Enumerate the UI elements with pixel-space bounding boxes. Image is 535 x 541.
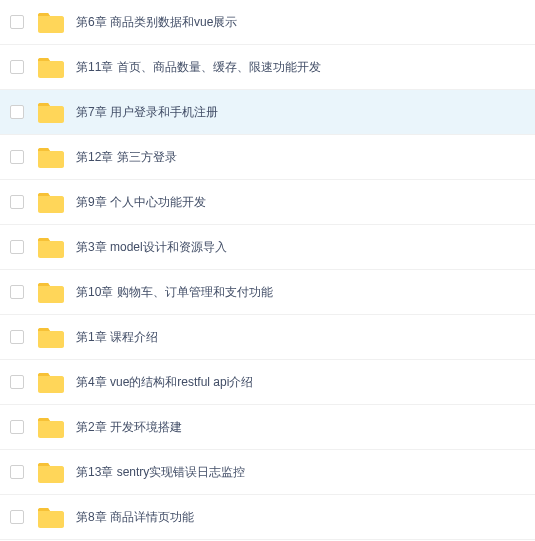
checkbox[interactable]: [10, 465, 24, 479]
checkbox[interactable]: [10, 60, 24, 74]
folder-icon: [38, 191, 64, 213]
folder-icon: [38, 371, 64, 393]
checkbox[interactable]: [10, 105, 24, 119]
checkbox[interactable]: [10, 330, 24, 344]
file-list: 第6章 商品类别数据和vue展示 第11章 首页、商品数量、缓存、限速功能开发 …: [0, 0, 535, 540]
folder-icon: [38, 461, 64, 483]
checkbox[interactable]: [10, 195, 24, 209]
file-row[interactable]: 第10章 购物车、订单管理和支付功能: [0, 270, 535, 315]
checkbox[interactable]: [10, 15, 24, 29]
checkbox[interactable]: [10, 375, 24, 389]
file-row[interactable]: 第8章 商品详情页功能: [0, 495, 535, 540]
file-name: 第7章 用户登录和手机注册: [76, 104, 218, 121]
file-name: 第2章 开发环境搭建: [76, 419, 182, 436]
checkbox[interactable]: [10, 420, 24, 434]
file-name: 第8章 商品详情页功能: [76, 509, 194, 526]
folder-icon: [38, 506, 64, 528]
file-name: 第9章 个人中心功能开发: [76, 194, 206, 211]
checkbox[interactable]: [10, 285, 24, 299]
file-name: 第11章 首页、商品数量、缓存、限速功能开发: [76, 59, 321, 76]
file-name: 第1章 课程介绍: [76, 329, 158, 346]
file-row[interactable]: 第7章 用户登录和手机注册: [0, 90, 535, 135]
folder-icon: [38, 416, 64, 438]
file-name: 第13章 sentry实现错误日志监控: [76, 464, 245, 481]
folder-icon: [38, 101, 64, 123]
folder-icon: [38, 146, 64, 168]
folder-icon: [38, 326, 64, 348]
file-row[interactable]: 第11章 首页、商品数量、缓存、限速功能开发: [0, 45, 535, 90]
file-row[interactable]: 第1章 课程介绍: [0, 315, 535, 360]
checkbox[interactable]: [10, 150, 24, 164]
file-name: 第10章 购物车、订单管理和支付功能: [76, 284, 273, 301]
checkbox[interactable]: [10, 240, 24, 254]
file-row[interactable]: 第3章 model设计和资源导入: [0, 225, 535, 270]
file-name: 第3章 model设计和资源导入: [76, 239, 227, 256]
file-row[interactable]: 第9章 个人中心功能开发: [0, 180, 535, 225]
file-name: 第12章 第三方登录: [76, 149, 177, 166]
folder-icon: [38, 11, 64, 33]
file-name: 第4章 vue的结构和restful api介绍: [76, 374, 253, 391]
file-row[interactable]: 第2章 开发环境搭建: [0, 405, 535, 450]
file-row[interactable]: 第12章 第三方登录: [0, 135, 535, 180]
file-row[interactable]: 第13章 sentry实现错误日志监控: [0, 450, 535, 495]
file-row[interactable]: 第6章 商品类别数据和vue展示: [0, 0, 535, 45]
folder-icon: [38, 281, 64, 303]
checkbox[interactable]: [10, 510, 24, 524]
file-row[interactable]: 第4章 vue的结构和restful api介绍: [0, 360, 535, 405]
folder-icon: [38, 56, 64, 78]
folder-icon: [38, 236, 64, 258]
file-name: 第6章 商品类别数据和vue展示: [76, 14, 237, 31]
